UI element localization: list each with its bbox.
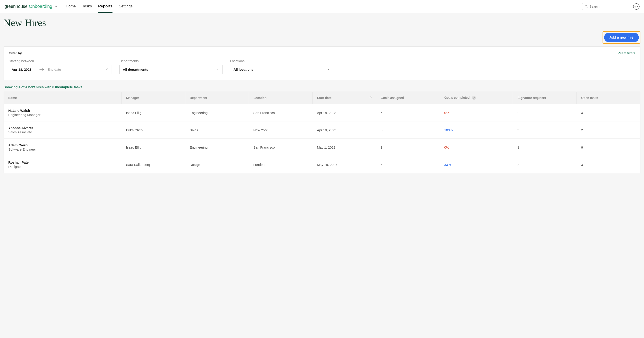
nav-home[interactable]: Home <box>66 0 76 13</box>
search-input[interactable] <box>590 5 627 8</box>
svg-marker-3 <box>217 69 218 70</box>
start-date-value: Apr 18, 2023 <box>12 68 36 71</box>
th-goals-completed[interactable]: Goals completed ? <box>440 92 513 104</box>
cell-goals-completed: 0% <box>440 139 513 156</box>
hire-name: Adam Carrol <box>8 143 117 147</box>
cell-manager: Erika Chen <box>122 121 185 139</box>
filter-locations: Locations All locations <box>230 59 333 74</box>
cell-start-date: May 16, 2023 <box>312 156 376 173</box>
hire-title: Software Engineer <box>8 147 117 151</box>
starting-between-label: Starting between <box>9 59 112 63</box>
cell-name: Roshan PatelDesigner <box>4 156 122 173</box>
th-goals-assigned[interactable]: Goals assigned <box>376 92 440 104</box>
cell-signature-requests: 2 <box>513 104 576 121</box>
cell-start-date: Apr 18, 2023 <box>312 104 376 121</box>
hire-name: Roshan Patel <box>8 160 117 164</box>
hire-title: Designer <box>8 165 117 168</box>
end-date-placeholder: End date <box>48 68 104 71</box>
th-signature-requests[interactable]: Signature requests <box>513 92 576 104</box>
filter-departments: Departments All departments <box>120 59 222 74</box>
search-box[interactable] <box>582 3 629 10</box>
arrow-right-icon <box>40 68 44 71</box>
th-department[interactable]: Department <box>185 92 249 104</box>
main-nav: Home Tasks Reports Settings <box>66 0 133 13</box>
sort-asc-icon <box>370 96 372 100</box>
nav-settings[interactable]: Settings <box>119 0 132 13</box>
clear-date-icon[interactable]: ✕ <box>104 67 109 72</box>
cell-location: San Francisco <box>249 139 312 156</box>
departments-value: All departments <box>123 68 148 71</box>
cell-department: Engineering <box>185 104 249 121</box>
cell-location: San Francisco <box>249 104 312 121</box>
brand-switcher[interactable]: greenhouse Onboarding <box>4 4 58 9</box>
table-header-row: Name Manager Department Location Start d… <box>4 92 640 104</box>
new-hires-table: Name Manager Department Location Start d… <box>4 92 640 173</box>
topbar: greenhouse Onboarding Home Tasks Reports… <box>0 0 644 13</box>
cell-open-tasks: 6 <box>576 139 640 156</box>
cell-goals-assigned: 5 <box>376 104 440 121</box>
cell-start-date: May 1, 2023 <box>312 139 376 156</box>
cell-signature-requests: 3 <box>513 121 576 139</box>
locations-value: All locations <box>234 68 254 71</box>
locations-select[interactable]: All locations <box>230 65 333 74</box>
nav-reports[interactable]: Reports <box>98 0 112 13</box>
table-row[interactable]: Ynonne AlvarezSales AssociateErika ChenS… <box>4 121 640 139</box>
page-title: New Hires <box>0 13 644 30</box>
caret-down-icon <box>216 68 219 71</box>
svg-marker-4 <box>328 69 329 70</box>
th-goals-completed-label: Goals completed <box>444 96 470 99</box>
cell-location: London <box>249 156 312 173</box>
main-content: New Hires Add a new hire Filter by Reset… <box>0 13 644 338</box>
cell-name: Ynonne AlvarezSales Associate <box>4 121 122 139</box>
cell-goals-assigned: 6 <box>376 156 440 173</box>
departments-label: Departments <box>120 59 222 63</box>
highlight-add-new-hire: Add a new hire <box>602 31 640 44</box>
table-row[interactable]: Adam CarrolSoftware EngineerIsaac ElligE… <box>4 139 640 156</box>
cell-department: Sales <box>185 121 249 139</box>
hire-name: Natalie Walsh <box>8 109 117 112</box>
hire-title: Sales Associate <box>8 130 117 134</box>
cell-department: Design <box>185 156 249 173</box>
cell-open-tasks: 4 <box>576 104 640 121</box>
cell-open-tasks: 2 <box>576 121 640 139</box>
filter-by-label: Filter by <box>9 51 22 55</box>
cell-department: Engineering <box>185 139 249 156</box>
cell-name: Natalie WalshEngineering Manager <box>4 104 122 121</box>
departments-select[interactable]: All departments <box>120 65 222 74</box>
cell-open-tasks: 3 <box>576 156 640 173</box>
nav-tasks[interactable]: Tasks <box>82 0 92 13</box>
caret-down-icon <box>327 68 330 71</box>
add-new-hire-button[interactable]: Add a new hire <box>604 33 639 42</box>
cell-goals-completed: 100% <box>440 121 513 139</box>
reset-filters-link[interactable]: Reset filters <box>618 51 635 55</box>
th-open-tasks[interactable]: Open tasks <box>576 92 640 104</box>
brand-sub: Onboarding <box>29 4 52 9</box>
cell-goals-assigned: 5 <box>376 121 440 139</box>
search-icon <box>584 5 588 8</box>
cell-manager: Isaac Ellig <box>122 139 185 156</box>
cell-signature-requests: 2 <box>513 156 576 173</box>
table-row[interactable]: Natalie WalshEngineering ManagerIsaac El… <box>4 104 640 121</box>
avatar[interactable]: GH <box>633 3 640 10</box>
help-icon[interactable]: ? <box>472 96 476 100</box>
th-start-date[interactable]: Start date <box>312 92 376 104</box>
th-location[interactable]: Location <box>249 92 312 104</box>
brand-main: greenhouse <box>4 4 28 9</box>
table-row[interactable]: Roshan PatelDesignerSara KallenbergDesig… <box>4 156 640 173</box>
cell-name: Adam CarrolSoftware Engineer <box>4 139 122 156</box>
cell-goals-completed: 0% <box>440 104 513 121</box>
cell-goals-assigned: 9 <box>376 139 440 156</box>
th-manager[interactable]: Manager <box>122 92 185 104</box>
filter-starting-between: Starting between Apr 18, 2023 End date ✕ <box>9 59 112 74</box>
cell-manager: Isaac Ellig <box>122 104 185 121</box>
cell-signature-requests: 1 <box>513 139 576 156</box>
results-caption: Showing 4 of 4 new hires with 0 incomple… <box>0 80 644 92</box>
date-range-input[interactable]: Apr 18, 2023 End date ✕ <box>9 65 112 74</box>
cell-goals-completed: 33% <box>440 156 513 173</box>
hire-title: Engineering Manager <box>8 113 117 117</box>
th-start-date-label: Start date <box>317 96 332 100</box>
svg-point-0 <box>585 6 587 7</box>
cell-manager: Sara Kallenberg <box>122 156 185 173</box>
th-name[interactable]: Name <box>4 92 122 104</box>
hire-name: Ynonne Alvarez <box>8 126 117 130</box>
